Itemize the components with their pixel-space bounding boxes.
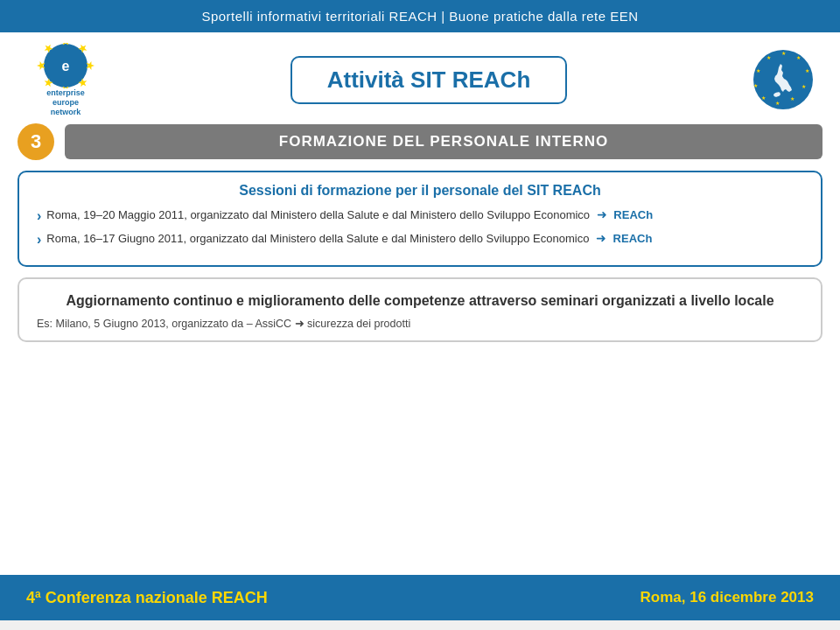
footer-left-text: 4ª Conferenza nazionale REACH — [26, 589, 268, 607]
svg-text:★: ★ — [761, 95, 766, 101]
page-title: Attività SIT REACh — [290, 56, 568, 104]
bottom-example: Es: Milano, 5 Giugno 2013, organizzato d… — [37, 317, 803, 330]
session-item-1: › Roma, 19–20 Maggio 2011, organizzato d… — [37, 207, 803, 224]
arrow-icon-1: ➜ — [597, 207, 607, 221]
footer-right-text: Roma, 16 dicembre 2013 — [640, 589, 814, 606]
arrow-icon-2: ➜ — [596, 231, 606, 245]
svg-text:★: ★ — [796, 55, 801, 60]
svg-marker-3 — [87, 61, 94, 70]
svg-text:★: ★ — [802, 84, 806, 89]
svg-text:★: ★ — [790, 96, 794, 102]
session-item-2: › Roma, 16–17 Giugno 2011, organizzato d… — [37, 231, 803, 248]
step-row: 3 FORMAZIONE DEL PERSONALE INTERNO — [0, 123, 840, 160]
chevron-icon-2: › — [37, 232, 41, 248]
svg-text:★: ★ — [781, 51, 786, 56]
session-text-1: Roma, 19–20 Maggio 2011, organizzato dal… — [46, 207, 653, 221]
italy-map-svg: ★ ★ ★ ★ ★ ★ ★ ★ ★ ★ — [744, 48, 822, 111]
svg-text:★: ★ — [766, 55, 771, 60]
top-bar: Sportelli informativi territoriali REACH… — [0, 0, 840, 32]
svg-text:★: ★ — [756, 68, 760, 74]
svg-text:★: ★ — [805, 68, 809, 74]
top-bar-text: Sportelli informativi territoriali REACH… — [201, 9, 638, 24]
footer-bar: 4ª Conferenza nazionale REACH Roma, 16 d… — [0, 575, 840, 620]
svg-text:★: ★ — [775, 101, 780, 106]
chevron-icon-1: › — [37, 208, 41, 224]
svg-text:★: ★ — [753, 83, 758, 88]
sessions-title: Sessioni di formazione per il personale … — [37, 183, 803, 199]
bottom-title: Aggiornamento continuo e miglioramento d… — [37, 291, 803, 311]
svg-marker-7 — [37, 61, 45, 70]
header-row: e enterprise europe network Attività SIT… — [0, 32, 840, 123]
svg-text:e: e — [62, 59, 70, 74]
session-text-2: Roma, 16–17 Giugno 2011, organizzato dal… — [46, 231, 652, 245]
een-logo-area: e enterprise europe network — [18, 43, 114, 116]
italy-map-icon: ★ ★ ★ ★ ★ ★ ★ ★ ★ ★ — [744, 49, 822, 110]
main-content: e enterprise europe network Attività SIT… — [0, 32, 840, 575]
title-box: Attività SIT REACh — [131, 56, 726, 104]
sessions-box: Sessioni di formazione per il personale … — [18, 171, 822, 267]
logo-text: enterprise europe network — [46, 88, 85, 116]
session-reach-1: REACh — [613, 208, 653, 221]
een-logo-icon: e — [35, 43, 96, 88]
bottom-content-box: Aggiornamento continuo e miglioramento d… — [18, 277, 822, 341]
session-reach-2: REACh — [613, 232, 653, 245]
step-number: 3 — [18, 123, 54, 160]
step-title: FORMAZIONE DEL PERSONALE INTERNO — [65, 124, 822, 159]
